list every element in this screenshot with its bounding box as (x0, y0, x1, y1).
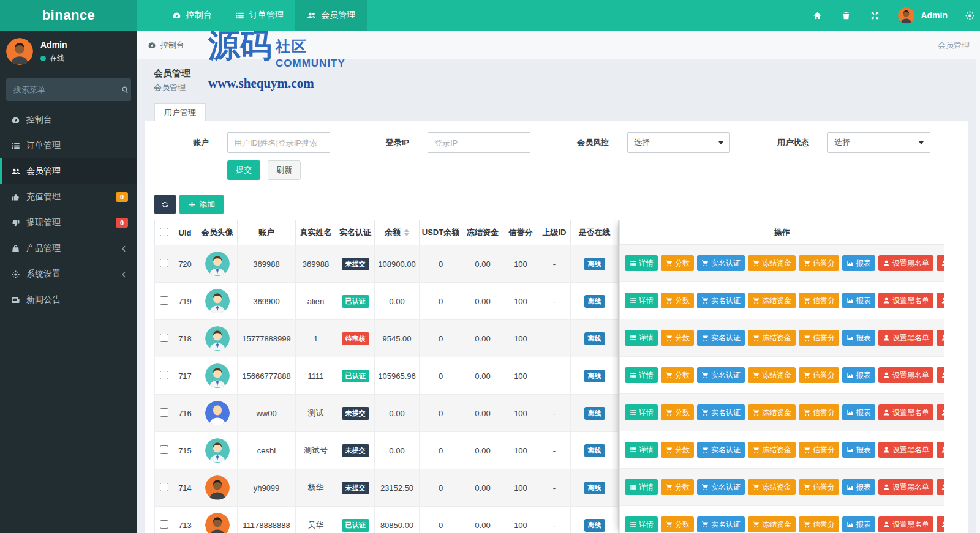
nav-tab-members[interactable]: 会员管理 (295, 0, 367, 31)
action-report-button[interactable]: 报表 (842, 516, 875, 532)
row-checkbox[interactable] (160, 334, 168, 342)
risk-select[interactable]: 选择 (627, 132, 730, 153)
action-blacklist-button[interactable]: 设置黑名单 (878, 330, 933, 346)
action-freeze-funds-button[interactable]: 冻结资金 (748, 404, 796, 420)
action-verify-button[interactable]: 实名认证 (697, 367, 745, 383)
trash-button[interactable] (832, 0, 861, 31)
sidebar-item-news[interactable]: 新闻公告 (0, 287, 137, 313)
row-checkbox[interactable] (160, 445, 168, 454)
action-detail-button[interactable]: 详情 (625, 367, 658, 383)
row-checkbox[interactable] (160, 520, 168, 529)
action-score-button[interactable]: 分数 (661, 255, 694, 271)
action-detail-button[interactable]: 详情 (625, 330, 658, 346)
navbar-user-menu[interactable]: Admin (889, 7, 956, 24)
action-blacklist-button[interactable]: 设置黑名单 (878, 293, 933, 308)
add-button[interactable]: 添加 (179, 195, 224, 214)
action-freeze-funds-button[interactable]: 冻结资金 (748, 293, 796, 308)
sidebar-toggle-button[interactable] (137, 0, 160, 31)
action-blacklist-button[interactable]: 设置黑名单 (878, 516, 933, 532)
sort-icon[interactable] (404, 229, 409, 236)
sidebar-item-members[interactable]: 会员管理 (0, 158, 137, 184)
row-checkbox[interactable] (160, 483, 168, 491)
action-score-button[interactable]: 分数 (661, 404, 694, 420)
select-all-checkbox[interactable] (160, 228, 168, 236)
action-blacklist-button[interactable]: 设置黑名单 (878, 479, 933, 495)
action-blacklist-button[interactable]: 设置黑名单 (878, 442, 933, 458)
sidebar-item-orders[interactable]: 订单管理 (0, 133, 137, 158)
action-verify-button[interactable]: 实名认证 (697, 479, 745, 495)
brand-logo[interactable]: binance (0, 0, 137, 31)
sidebar-item-settings[interactable]: 系统设置 (0, 261, 137, 287)
action-report-button[interactable]: 报表 (842, 293, 875, 308)
sidebar-item-products[interactable]: 产品管理 (0, 236, 137, 261)
sidebar-item-recharge[interactable]: 充值管理0 (0, 184, 137, 210)
action-detail-button[interactable]: 详情 (625, 442, 658, 458)
action-freeze-button[interactable]: 冻结 (937, 293, 944, 308)
action-detail-button[interactable]: 详情 (625, 404, 658, 420)
nav-tab-orders[interactable]: 订单管理 (224, 0, 295, 31)
login-ip-input[interactable] (428, 132, 530, 153)
action-verify-button[interactable]: 实名认证 (697, 404, 745, 420)
sidebar-item-withdraw[interactable]: 提现管理0 (0, 210, 137, 236)
action-freeze-button[interactable]: 冻结 (937, 479, 944, 495)
action-freeze-funds-button[interactable]: 冻结资金 (748, 367, 796, 383)
search-input[interactable] (13, 85, 121, 94)
search-icon[interactable] (121, 86, 129, 94)
action-verify-button[interactable]: 实名认证 (697, 255, 745, 271)
settings-gear-button[interactable] (956, 10, 979, 21)
action-freeze-button[interactable]: 冻结 (937, 442, 944, 458)
action-detail-button[interactable]: 详情 (625, 479, 658, 495)
action-credit-button[interactable]: 信誉分 (799, 330, 839, 346)
action-detail-button[interactable]: 详情 (625, 293, 658, 308)
action-report-button[interactable]: 报表 (842, 255, 875, 271)
action-verify-button[interactable]: 实名认证 (697, 516, 745, 532)
action-credit-button[interactable]: 信誉分 (799, 293, 839, 308)
action-score-button[interactable]: 分数 (661, 479, 694, 495)
row-checkbox[interactable] (160, 259, 168, 267)
action-blacklist-button[interactable]: 设置黑名单 (878, 404, 933, 420)
action-freeze-button[interactable]: 冻结 (937, 255, 944, 271)
expand-button[interactable] (861, 0, 889, 31)
column-header-sortable[interactable]: 余额 (375, 220, 420, 245)
action-score-button[interactable]: 分数 (661, 330, 694, 346)
action-blacklist-button[interactable]: 设置黑名单 (878, 255, 933, 271)
action-report-button[interactable]: 报表 (842, 479, 875, 495)
action-freeze-funds-button[interactable]: 冻结资金 (748, 479, 796, 495)
action-verify-button[interactable]: 实名认证 (697, 293, 745, 308)
row-checkbox[interactable] (160, 371, 168, 379)
action-freeze-button[interactable]: 冻结 (937, 367, 944, 383)
action-report-button[interactable]: 报表 (842, 367, 875, 383)
action-score-button[interactable]: 分数 (661, 442, 694, 458)
refresh-button[interactable]: 刷新 (268, 160, 301, 180)
action-credit-button[interactable]: 信誉分 (799, 516, 839, 532)
action-freeze-button[interactable]: 冻结 (937, 404, 944, 420)
action-score-button[interactable]: 分数 (661, 516, 694, 532)
table-refresh-button[interactable] (154, 195, 176, 214)
action-blacklist-button[interactable]: 设置黑名单 (878, 367, 933, 383)
action-freeze-funds-button[interactable]: 冻结资金 (748, 255, 796, 271)
action-freeze-funds-button[interactable]: 冻结资金 (748, 330, 796, 346)
action-freeze-funds-button[interactable]: 冻结资金 (748, 442, 796, 458)
action-score-button[interactable]: 分数 (661, 367, 694, 383)
breadcrumb-dashboard-link[interactable]: 控制台 (148, 40, 184, 51)
row-checkbox[interactable] (160, 408, 168, 417)
action-credit-button[interactable]: 信誉分 (799, 442, 839, 458)
nav-tab-dashboard[interactable]: 控制台 (160, 0, 224, 31)
action-credit-button[interactable]: 信誉分 (799, 479, 839, 495)
sidebar-item-dashboard[interactable]: 控制台 (0, 107, 137, 133)
row-checkbox[interactable] (160, 296, 168, 305)
action-detail-button[interactable]: 详情 (625, 255, 658, 271)
action-freeze-funds-button[interactable]: 冻结资金 (748, 516, 796, 532)
action-credit-button[interactable]: 信誉分 (799, 404, 839, 420)
action-report-button[interactable]: 报表 (842, 330, 875, 346)
action-report-button[interactable]: 报表 (842, 442, 875, 458)
user-status-select[interactable]: 选择 (827, 132, 930, 153)
action-freeze-button[interactable]: 冻结 (937, 330, 944, 346)
home-button[interactable] (803, 0, 832, 31)
action-report-button[interactable]: 报表 (842, 404, 875, 420)
action-verify-button[interactable]: 实名认证 (697, 330, 745, 346)
account-search-input[interactable] (227, 132, 330, 153)
action-verify-button[interactable]: 实名认证 (697, 442, 745, 458)
tab-user-management[interactable]: 用户管理 (154, 103, 206, 121)
submit-button[interactable]: 提交 (227, 160, 260, 180)
